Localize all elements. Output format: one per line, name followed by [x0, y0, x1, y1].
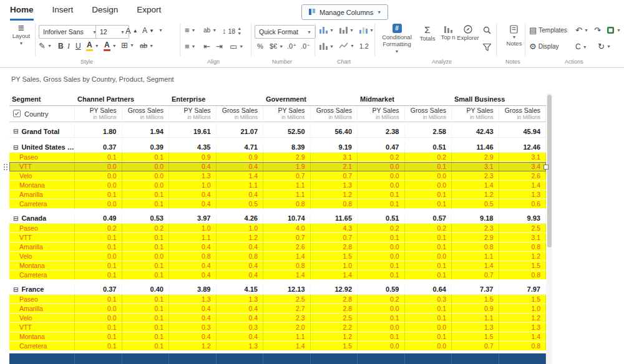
totals-button[interactable]: Σ Totals — [417, 25, 438, 42]
row-france[interactable]: ⊟France0.370.403.894.1512.1312.920.590.6… — [9, 284, 546, 295]
cell-value[interactable]: 0.8 — [499, 242, 547, 252]
cell-value[interactable]: 0.1 — [405, 261, 452, 271]
cell-value[interactable]: 0.9 — [169, 153, 217, 162]
cell-value[interactable]: 1.3 — [169, 295, 217, 304]
cell-value[interactable]: 11.46 — [452, 142, 499, 153]
cell-value[interactable]: 2.5 — [263, 295, 311, 304]
cell-value[interactable]: 0.1 — [75, 271, 122, 280]
row-label[interactable] — [9, 353, 75, 364]
cell-value[interactable]: 2.5 — [499, 224, 547, 233]
cell-value[interactable]: 0.7 — [452, 271, 499, 280]
cell-value[interactable]: 1.2 — [499, 252, 547, 261]
search-button[interactable] — [483, 26, 491, 34]
row-paseo[interactable]: Paseo0.10.11.31.32.52.80.20.31.51.5 — [9, 295, 546, 304]
cell-value[interactable]: 0.9 — [452, 304, 499, 314]
cell-value[interactable]: 0.0 — [75, 199, 122, 209]
cell-value[interactable]: 0.64 — [405, 284, 452, 295]
cell-value[interactable]: 3.97 — [169, 213, 217, 224]
cell-value[interactable]: 42.43 — [452, 125, 499, 138]
cell-value[interactable]: 1.2 — [452, 190, 499, 199]
explorer-button[interactable]: Explorer — [456, 25, 480, 42]
cell-value[interactable]: 0.6 — [499, 199, 547, 209]
cell-value[interactable]: 0.53 — [122, 213, 170, 224]
row-label[interactable]: VTT — [9, 233, 75, 242]
combo-chart-button[interactable]: ▼ — [359, 26, 374, 34]
cell-value[interactable] — [311, 353, 358, 364]
cell-value[interactable]: 0.2 — [358, 295, 405, 304]
cell-value[interactable]: 2.3 — [452, 171, 499, 181]
row-vtt[interactable]: VTT0.00.00.40.41.92.10.00.13.13.4 — [9, 162, 546, 171]
measure-header-gross-sales[interactable]: Gross Salesin Millions — [122, 106, 170, 122]
cell-value[interactable]: 1.0 — [217, 224, 264, 233]
cell-value[interactable]: 1.3 — [452, 323, 499, 332]
manage-columns-button[interactable]: Manage Columns ▼ — [301, 4, 388, 20]
cell-value[interactable]: 0.1 — [75, 323, 122, 332]
cell-value[interactable]: 1.4 — [263, 271, 311, 280]
cell-value[interactable]: 0.1 — [405, 332, 452, 342]
cell-value[interactable]: 7.97 — [499, 284, 547, 295]
cell-value[interactable]: 0.0 — [358, 162, 405, 171]
row-label[interactable]: Velo — [9, 171, 75, 181]
cell-value[interactable]: 0.4 — [169, 199, 217, 209]
cell-value[interactable]: 0.0 — [405, 252, 452, 261]
cell-value[interactable]: 1.5 — [311, 342, 358, 351]
cell-value[interactable]: 0.1 — [75, 233, 122, 242]
cell-value[interactable]: 0.0 — [405, 342, 452, 351]
cell-value[interactable] — [452, 353, 499, 364]
cell-value[interactable]: 1.5 — [499, 295, 547, 304]
align-left-button[interactable]: ≡▼ — [185, 42, 196, 50]
display-button[interactable]: ⚙ Display — [529, 42, 558, 50]
cell-value[interactable]: 2.9 — [452, 153, 499, 162]
cell-value[interactable]: 0.1 — [358, 314, 405, 323]
scrollbar-thumb[interactable] — [547, 95, 552, 247]
cell-value[interactable]: 2.8 — [311, 295, 358, 304]
cell-value[interactable]: 0.1 — [122, 304, 170, 314]
row-label[interactable]: Carretera — [9, 199, 75, 209]
column-group-midmarket[interactable]: Midmarket — [358, 94, 452, 106]
cell-value[interactable]: 0.4 — [169, 190, 217, 199]
cell-value[interactable]: 12.46 — [499, 142, 547, 153]
measure-header-gross-sales[interactable]: Gross Salesin Millions — [217, 106, 264, 122]
cell-value[interactable]: 0.1 — [122, 233, 170, 242]
row-paseo[interactable]: Paseo0.20.21.01.04.04.30.20.22.32.5 — [9, 224, 546, 233]
cell-value[interactable]: 0.3 — [217, 323, 264, 332]
cell-value[interactable]: 0.1 — [122, 314, 170, 323]
tab-home[interactable]: Home — [10, 5, 34, 21]
cell-value[interactable]: 19.61 — [169, 125, 217, 138]
sparkline-button[interactable]: ▼ — [339, 42, 354, 49]
decrease-font-button[interactable]: A▼ — [142, 26, 154, 35]
cell-value[interactable]: 0.4 — [169, 332, 217, 342]
notes-button[interactable]: ▼ Notes — [503, 25, 525, 47]
measure-header-gross-sales[interactable]: Gross Salesin Millions — [311, 106, 358, 122]
cell-value[interactable]: 0.1 — [358, 233, 405, 242]
cell-value[interactable]: 2.8 — [311, 304, 358, 314]
cell-value[interactable]: 0.0 — [358, 323, 405, 332]
font-size-select[interactable]: 12 ▼ — [95, 25, 129, 39]
row-amarilla[interactable]: Amarilla0.10.10.40.41.11.20.10.11.21.3 — [9, 190, 546, 199]
cell-value[interactable]: 0.0 — [122, 171, 170, 181]
cell-value[interactable]: 0.4 — [169, 261, 217, 271]
cell-value[interactable]: 4.26 — [217, 213, 264, 224]
country-dimension-cell[interactable]: Country — [9, 106, 75, 122]
selection-handle[interactable] — [544, 165, 548, 170]
row-label[interactable]: Paseo — [9, 224, 75, 233]
cell-value[interactable]: 4.3 — [311, 224, 358, 233]
cell-value[interactable] — [169, 353, 217, 364]
row-label[interactable]: Paseo — [9, 153, 75, 162]
merge-cells-button[interactable]: ▭▼ — [230, 42, 243, 50]
cell-value[interactable]: 1.1 — [217, 181, 264, 190]
conditional-formatting-button[interactable]: # ConditionalFormatting ▼ — [378, 24, 416, 54]
cell-value[interactable]: 1.4 — [452, 261, 499, 271]
row-label[interactable]: Amarilla — [9, 304, 75, 314]
cell-value[interactable]: 0.1 — [122, 261, 170, 271]
cell-value[interactable]: 0.4 — [217, 261, 264, 271]
cell-value[interactable]: 3.1 — [499, 153, 547, 162]
cell-value[interactable]: 0.1 — [405, 199, 452, 209]
cell-value[interactable]: 0.0 — [75, 314, 122, 323]
measure-header-gross-sales[interactable]: Gross Salesin Millions — [499, 106, 547, 122]
cell-value[interactable]: 2.3 — [263, 314, 311, 323]
cell-value[interactable]: 0.5 — [217, 199, 264, 209]
cell-value[interactable]: 0.7 — [311, 171, 358, 181]
cell-value[interactable]: 2.5 — [311, 314, 358, 323]
cell-value[interactable]: 0.1 — [358, 190, 405, 199]
